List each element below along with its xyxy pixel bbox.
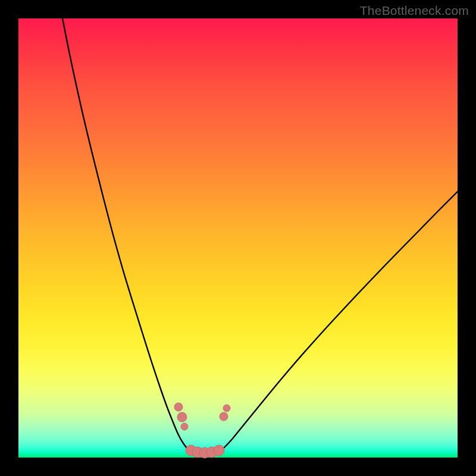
marker-dot [181,423,188,430]
marker-dot [174,403,183,411]
right-curve [220,192,458,452]
marker-dot [177,412,187,422]
left-curve [62,18,191,452]
chart-frame: TheBottleneck.com [0,0,476,476]
markers-group [174,403,230,458]
marker-dot [220,412,228,421]
marker-dot [223,405,230,412]
chart-svg [18,18,458,458]
marker-dot [214,445,224,456]
watermark-text: TheBottleneck.com [360,4,469,18]
